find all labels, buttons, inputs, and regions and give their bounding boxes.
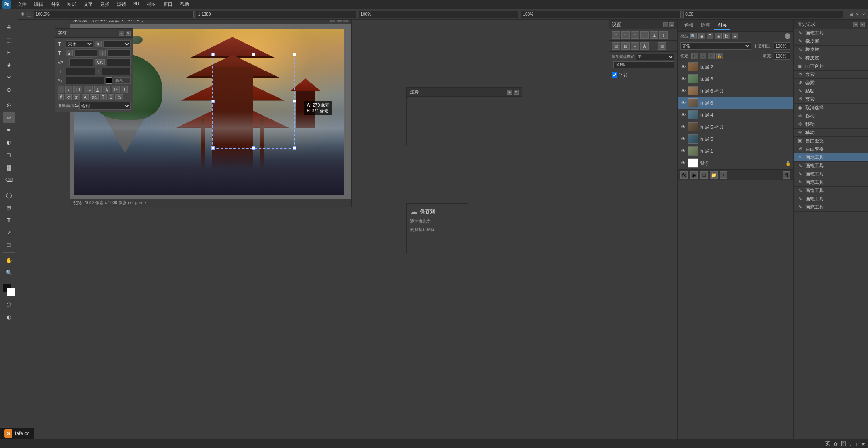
path-select-btn[interactable]: ↗ [3,226,15,238]
font-size-input[interactable] [74,49,97,57]
zoom-btn[interactable]: 🔍 [3,267,15,278]
type-btn[interactable]: T [3,214,15,226]
fx-btn[interactable]: fx [680,171,688,179]
blend-mode-select[interactable]: 正常 [680,42,751,50]
menu-filter[interactable]: 滤镜 [114,0,129,8]
menu-view[interactable]: 视图 [143,0,159,8]
smart-filter-btn[interactable]: ★ [732,33,738,39]
align-middle[interactable]: ⊥ [650,31,658,39]
align-left[interactable]: ≡ [612,31,620,39]
hist-move-2[interactable]: ✙ 移动 [794,120,868,129]
visibility-5[interactable]: 👁 [680,136,686,142]
aa2-btn[interactable]: aa [90,94,99,100]
crop-tool-btn[interactable]: ✂ [3,71,15,83]
size-up-icon[interactable]: ▲ [66,50,73,56]
menu-window[interactable]: 窗口 [160,0,176,8]
char-panel-close[interactable]: × [126,31,131,36]
st-btn[interactable]: st [73,94,80,100]
marquee-tool-btn[interactable]: ⬚ [3,34,15,46]
baseline-input[interactable]: 0点 [66,77,104,84]
menu-edit[interactable]: 编辑 [31,0,46,8]
new-layer-btn[interactable]: + [720,171,727,179]
w-input[interactable] [521,11,681,18]
zoom-input[interactable] [34,11,194,18]
font-family-select[interactable]: 宋体 [66,40,93,48]
distrib-2[interactable]: ⊟ [621,42,630,50]
cancel-icon[interactable]: ✕ [856,12,859,17]
shape-filter-btn[interactable]: ■ [715,33,722,39]
y-input[interactable] [359,11,519,18]
visibility-1[interactable]: 👁 [680,148,686,154]
hist-eraser-1[interactable]: ✎ 橡皮擦 [794,37,868,46]
type-filter-btn[interactable]: T [707,33,713,39]
layer-item-3[interactable]: 👁 图层 3 [678,73,793,85]
lens-select[interactable]: 无 [636,54,674,60]
align-bottom[interactable]: ↨ [659,31,668,39]
handle-tr[interactable] [293,53,296,56]
history-close[interactable]: × [860,22,865,27]
menu-layer[interactable]: 图层 [64,0,80,8]
tracking-input[interactable] [107,58,131,66]
hist-lasso-2[interactable]: ↺ 套索 [794,79,868,87]
hist-free-transform-2[interactable]: ↺ 自由变换 [794,145,868,153]
mask-layer-btn[interactable]: □ [700,171,708,179]
menu-type[interactable]: 文字 [80,0,96,8]
fill-input[interactable] [774,52,790,60]
sigma-btn[interactable]: σ [65,94,72,100]
hist-lasso-1[interactable]: ↺ 套索 [794,71,868,79]
hist-paste[interactable]: ✎ 粘贴 [794,87,868,95]
hist-free-transform-1[interactable]: ▣ 自由变换 [794,137,868,145]
hist-brush-tool-8[interactable]: ✎ 画笔工具 [794,203,868,212]
lock-all-btn[interactable]: 🔒 [716,53,723,59]
search-icon-btn[interactable]: 🔍 [690,33,697,39]
move-tool-btn[interactable]: ✙ [3,22,15,33]
notes-expand[interactable]: ⊞ [507,90,512,95]
h-scale-input[interactable]: 100% [102,68,131,75]
background-color[interactable] [7,288,15,296]
menu-file[interactable]: 文件 [14,0,30,8]
opacity-input[interactable] [774,42,790,50]
recycle-icon[interactable]: 回 [841,440,846,447]
lens-val-input[interactable] [613,61,674,68]
gradient-btn[interactable]: ▓ [3,161,15,173]
arrow-icon[interactable]: ↑ [855,441,858,447]
layer-item-6[interactable]: 👁 图层 6 [678,97,793,109]
shape-btn[interactable]: □ [3,239,15,251]
hist-lasso-3[interactable]: ↺ 套索 [794,95,868,104]
anti-alias-select[interactable]: 锐利 [79,102,131,110]
settings-expand[interactable]: × [669,22,674,27]
visibility-3[interactable]: 👁 [680,76,686,82]
layer-item-bg[interactable]: 👁 背景 🔒 [678,157,793,169]
hist-eraser-3[interactable]: ✎ 橡皮擦 [794,54,868,62]
eraser-btn[interactable]: ◻ [3,149,15,161]
align-top[interactable]: ⊤ [640,31,649,39]
v-scale-input[interactable]: 100% [66,68,95,75]
hand-btn[interactable]: ✋ [3,254,15,266]
lock-position-btn[interactable]: ↕ [708,53,715,59]
hist-move-3[interactable]: ✙ 移动 [794,129,868,137]
adj-btn[interactable]: ◉ [690,171,698,179]
ime-icon[interactable]: 英 [825,440,830,447]
char-panel-minimize[interactable]: − [119,31,124,36]
tab-layers[interactable]: 图层 [714,21,730,30]
font-arrow[interactable]: ▼ [95,41,102,47]
confirm-icon[interactable]: ✓ [862,12,866,17]
fx-filter-btn[interactable]: fx [723,33,730,39]
hist-brush-tool-7[interactable]: ✎ 画笔工具 [794,195,868,203]
layer-item-6copy[interactable]: 👁 图层 6 拷贝 [678,85,793,97]
menu-select[interactable]: 选择 [97,0,113,8]
layer-item-5[interactable]: 👁 图层 5 [678,133,793,145]
fi-btn[interactable]: fi [58,94,64,100]
menu-image[interactable]: 图像 [47,0,63,8]
pixel-filter-btn[interactable]: ◉ [698,33,705,39]
visibility-4[interactable]: 👁 [680,112,686,118]
lock-transparent-btn[interactable]: □ [691,53,698,59]
t1-btn[interactable]: T1 [84,86,93,93]
aa-btn[interactable]: A [82,94,89,100]
scale-icon[interactable]: ↔ [631,42,639,50]
tab-color-board[interactable]: 色板 [681,21,697,30]
distrib-3[interactable]: ⊠ [658,42,666,50]
font-style-select[interactable] [103,40,131,48]
visibility-bg[interactable]: 👁 [680,160,686,166]
settings-minimize[interactable]: − [663,22,668,27]
